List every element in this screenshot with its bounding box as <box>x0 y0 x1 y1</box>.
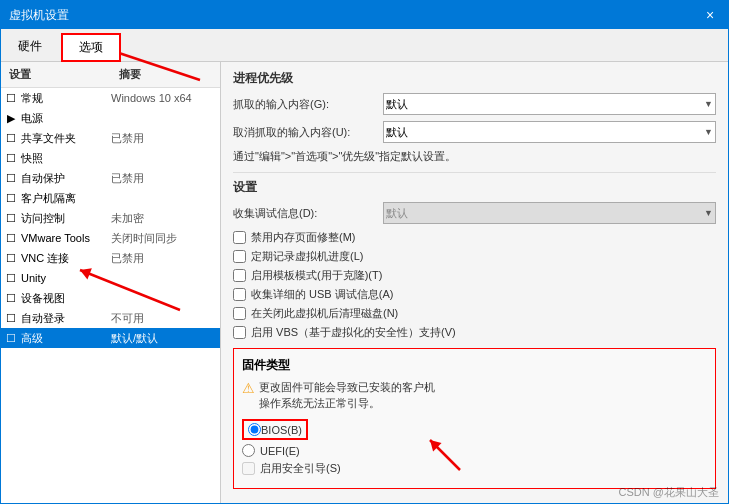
list-item-shared[interactable]: ☐ 共享文件夹 已禁用 <box>1 128 220 148</box>
list-item-unity[interactable]: ☐ Unity <box>1 268 220 288</box>
warning-text: 更改固件可能会导致已安装的客户机操作系统无法正常引导。 <box>259 380 435 411</box>
list-item-advanced[interactable]: ☐ 高级 默认/默认 <box>1 328 220 348</box>
left-panel: 设置 摘要 ☐ 常规 Windows 10 x64 ▶ 电源 ☐ 共享文件夹 <box>1 62 221 503</box>
watermark: CSDN @花果山大圣 <box>619 485 719 500</box>
tab-options[interactable]: 选项 <box>61 33 121 62</box>
window-title: 虚拟机设置 <box>9 7 69 24</box>
general-icon: ☐ <box>1 92 21 105</box>
secure-boot-label: 启用安全引导(S) <box>260 461 341 476</box>
release-select[interactable]: 默认 ▼ <box>383 121 716 143</box>
chevron-down-icon: ▼ <box>704 99 713 109</box>
list-item-vnc[interactable]: ☐ VNC 连接 已禁用 <box>1 248 220 268</box>
firmware-title: 固件类型 <box>242 357 707 374</box>
close-button[interactable]: × <box>700 7 720 23</box>
capture-label: 抓取的输入内容(G): <box>233 97 383 112</box>
list-item-autologin[interactable]: ☐ 自动登录 不可用 <box>1 308 220 328</box>
tab-bar: 硬件 选项 <box>1 29 728 62</box>
capture-row: 抓取的输入内容(G): 默认 ▼ <box>233 93 716 115</box>
list-item-power[interactable]: ▶ 电源 <box>1 108 220 128</box>
uefi-label: UEFI(E) <box>260 445 300 457</box>
unity-icon: ☐ <box>1 272 21 285</box>
collect-label: 收集调试信息(D): <box>233 206 383 221</box>
list-item-isolation[interactable]: ☐ 客户机隔离 <box>1 188 220 208</box>
col1-header: 设置 <box>1 64 111 85</box>
uefi-radio[interactable] <box>242 444 255 457</box>
checkbox-row-1: 禁用内存页面修整(M) <box>233 230 716 245</box>
checkbox-row-6: 启用 VBS（基于虚拟化的安全性）支持(V) <box>233 325 716 340</box>
firmware-section: 固件类型 ⚠ 更改固件可能会导致已安装的客户机操作系统无法正常引导。 BIOS(… <box>233 348 716 489</box>
checkbox-row-5: 在关闭此虚拟机后清理磁盘(N) <box>233 306 716 321</box>
uefi-row: UEFI(E) <box>242 444 707 457</box>
access-icon: ☐ <box>1 212 21 225</box>
list-item-general[interactable]: ☐ 常规 Windows 10 x64 <box>1 88 220 108</box>
tab-hardware[interactable]: 硬件 <box>1 33 59 61</box>
autologin-icon: ☐ <box>1 312 21 325</box>
secure-boot-row: 启用安全引导(S) <box>242 461 707 476</box>
list-header: 设置 摘要 <box>1 62 220 88</box>
checkbox-vbs-label: 启用 VBS（基于虚拟化的安全性）支持(V) <box>251 325 456 340</box>
vnc-icon: ☐ <box>1 252 21 265</box>
secure-boot-checkbox[interactable] <box>242 462 255 475</box>
vmwaretools-icon: ☐ <box>1 232 21 245</box>
advanced-icon: ☐ <box>1 332 21 345</box>
shared-icon: ☐ <box>1 132 21 145</box>
list-item-vmwaretools[interactable]: ☐ VMware Tools 关闭时间同步 <box>1 228 220 248</box>
release-row: 取消抓取的输入内容(U): 默认 ▼ <box>233 121 716 143</box>
warning-icon: ⚠ <box>242 380 255 396</box>
checkbox-row-3: 启用模板模式(用于克隆)(T) <box>233 268 716 283</box>
right-panel: 进程优先级 抓取的输入内容(G): 默认 ▼ 取消抓取的输入内容(U): 默认 … <box>221 62 728 503</box>
priority-hint: 通过"编辑">"首选项">"优先级"指定默认设置。 <box>233 149 716 164</box>
isolation-icon: ☐ <box>1 192 21 205</box>
autoprotect-icon: ☐ <box>1 172 21 185</box>
checkboxes-section: 禁用内存页面修整(M) 定期记录虚拟机进度(L) 启用模板模式(用于克隆)(T)… <box>233 230 716 340</box>
list-item-autoprotect[interactable]: ☐ 自动保护 已禁用 <box>1 168 220 188</box>
checkbox-memory[interactable] <box>233 231 246 244</box>
bios-row: BIOS(B) <box>242 419 308 440</box>
checkbox-vbs[interactable] <box>233 326 246 339</box>
bios-radio[interactable] <box>248 423 261 436</box>
firmware-warning: ⚠ 更改固件可能会导致已安装的客户机操作系统无法正常引导。 <box>242 380 707 411</box>
capture-select[interactable]: 默认 ▼ <box>383 93 716 115</box>
checkbox-log[interactable] <box>233 250 246 263</box>
checkbox-template-label: 启用模板模式(用于克隆)(T) <box>251 268 382 283</box>
release-label: 取消抓取的输入内容(U): <box>233 125 383 140</box>
process-priority-title: 进程优先级 <box>233 70 716 87</box>
checkbox-cleanup[interactable] <box>233 307 246 320</box>
checkbox-usb[interactable] <box>233 288 246 301</box>
deviceview-icon: ☐ <box>1 292 21 305</box>
capture-value: 默认 <box>386 97 408 112</box>
checkbox-row-2: 定期记录虚拟机进度(L) <box>233 249 716 264</box>
release-value: 默认 <box>386 125 408 140</box>
collect-row: 收集调试信息(D): 默认 ▼ <box>233 202 716 224</box>
chevron-down-icon2: ▼ <box>704 127 713 137</box>
chevron-down-icon3: ▼ <box>704 208 713 218</box>
titlebar: 虚拟机设置 × <box>1 1 728 29</box>
main-content: 设置 摘要 ☐ 常规 Windows 10 x64 ▶ 电源 ☐ 共享文件夹 <box>1 62 728 503</box>
checkbox-cleanup-label: 在关闭此虚拟机后清理磁盘(N) <box>251 306 398 321</box>
collect-select[interactable]: 默认 ▼ <box>383 202 716 224</box>
checkbox-template[interactable] <box>233 269 246 282</box>
power-icon: ▶ <box>1 112 21 125</box>
checkbox-row-4: 收集详细的 USB 调试信息(A) <box>233 287 716 302</box>
checkbox-usb-label: 收集详细的 USB 调试信息(A) <box>251 287 393 302</box>
list-item-access[interactable]: ☐ 访问控制 未加密 <box>1 208 220 228</box>
snapshot-icon: ☐ <box>1 152 21 165</box>
bios-label: BIOS(B) <box>261 424 302 436</box>
col2-header: 摘要 <box>111 64 220 85</box>
list-item-snapshot[interactable]: ☐ 快照 <box>1 148 220 168</box>
settings-title: 设置 <box>233 179 716 196</box>
checkbox-memory-label: 禁用内存页面修整(M) <box>251 230 356 245</box>
list-item-deviceview[interactable]: ☐ 设备视图 <box>1 288 220 308</box>
collect-value: 默认 <box>386 206 408 221</box>
checkbox-log-label: 定期记录虚拟机进度(L) <box>251 249 363 264</box>
